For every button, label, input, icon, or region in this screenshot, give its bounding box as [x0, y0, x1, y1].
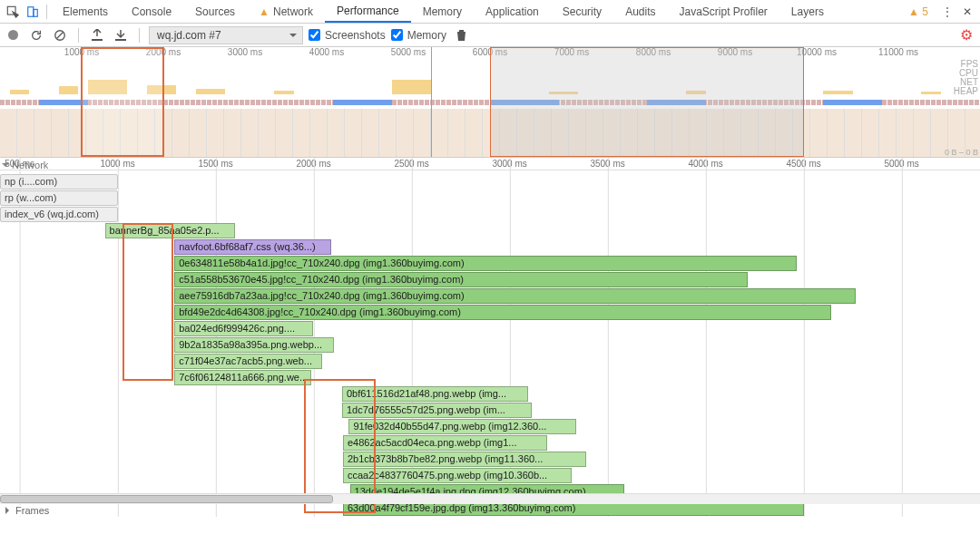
annotation-box [122, 223, 173, 381]
network-initiator-row[interactable]: np (i....com) [0, 174, 118, 189]
record-button[interactable] [4, 24, 22, 46]
flame-tick: 1500 ms [198, 158, 232, 169]
overview-tick: 5000 ms [391, 47, 426, 57]
overview-tick: 8000 ms [636, 47, 671, 57]
overview-tick: 6000 ms [473, 47, 507, 57]
settings-icon[interactable]: ⚙ [960, 26, 973, 44]
warning-count[interactable]: ▲ 5 [899, 5, 937, 18]
tab-network[interactable]: ▲Network [247, 0, 325, 23]
overview-tick: 3000 ms [228, 47, 262, 57]
svg-rect-4 [92, 39, 103, 41]
flame-tick: 4000 ms [688, 158, 722, 169]
flame-tick: 3500 ms [590, 158, 624, 169]
flamechart[interactable]: 500 ms1000 ms1500 ms2000 ms2500 ms3000 m… [0, 158, 980, 517]
flame-tick: 2000 ms [296, 158, 330, 169]
network-initiator-row[interactable]: index_v6 (wq.jd.com) [0, 207, 118, 222]
network-request-bar[interactable]: 0bf611516d21af48.png.webp (img... [342, 386, 528, 402]
close-icon[interactable]: ✕ [957, 0, 977, 23]
network-request-bar[interactable]: ba024ed6f999426c.png.... [174, 321, 312, 336]
gc-button[interactable] [452, 24, 470, 46]
device-toggle-icon[interactable] [23, 0, 43, 23]
overview-filmstrip [0, 109, 980, 157]
tab-audits[interactable]: Audits [613, 0, 667, 23]
tab-elements[interactable]: Elements [51, 0, 120, 23]
network-request-bar[interactable]: 0e634811e58b4a1d.jpg!cc_710x240.dpg (img… [174, 256, 797, 271]
network-request-bar[interactable]: 2b1cb373b8b7be82.png.webp (img11.360... [343, 452, 586, 467]
tab-performance[interactable]: Performance [325, 0, 411, 23]
overview-ruler: 1000 ms2000 ms3000 ms4000 ms5000 ms6000 … [0, 47, 980, 60]
overview-tick: 10000 ms [797, 47, 837, 57]
tab-memory[interactable]: Memory [411, 0, 474, 23]
flame-tick: 1000 ms [100, 158, 134, 169]
network-request-bar[interactable]: 7c6f06124811a666.png.we... [174, 370, 311, 385]
overview-tick: 11000 ms [878, 47, 918, 57]
tab-security[interactable]: Security [551, 0, 613, 23]
clear-button[interactable] [51, 24, 69, 46]
screenshots-checkbox[interactable]: Screenshots [309, 29, 386, 42]
overview-tick: 7000 ms [554, 47, 589, 57]
overview-timeline[interactable]: 1000 ms2000 ms3000 ms4000 ms5000 ms6000 … [0, 47, 980, 158]
load-profile-icon[interactable] [88, 24, 106, 46]
svg-rect-1 [28, 6, 34, 16]
overview-net-lane [0, 100, 980, 105]
overview-tick: 4000 ms [309, 47, 344, 57]
save-profile-icon[interactable] [112, 24, 130, 46]
network-request-bar[interactable]: c51a558b53670e45.jpg!cc_710x240.dpg (img… [174, 272, 748, 287]
overview-tick: 9000 ms [718, 47, 752, 57]
flame-tick: 4500 ms [786, 158, 820, 169]
perf-toolbar: wq.jd.com #7 Screenshots Memory ⚙ [0, 24, 980, 47]
section-header-network[interactable]: Network [2, 160, 48, 170]
tab-application[interactable]: Application [474, 0, 551, 23]
separator [139, 28, 140, 43]
tab-sources[interactable]: Sources [183, 0, 247, 23]
overview-heap-readout: 0 B – 0 B [945, 148, 978, 157]
network-request-bar[interactable]: navfoot.6bf68af7.css (wq.36...) [174, 239, 331, 255]
overview-cpu-lane [0, 80, 980, 94]
memory-checkbox[interactable]: Memory [391, 29, 446, 42]
network-initiator-row[interactable]: rp (w...com) [0, 190, 118, 206]
svg-rect-2 [34, 9, 37, 16]
reload-button[interactable] [27, 24, 45, 46]
more-icon[interactable]: ⋮ [937, 0, 957, 23]
svg-rect-5 [115, 39, 126, 41]
tab-layers[interactable]: Layers [779, 0, 836, 23]
svg-rect-6 [459, 30, 464, 32]
scroll-thumb[interactable] [0, 495, 333, 503]
network-request-bar[interactable]: bfd49e2dc4d64308.jpg!cc_710x240.dpg (img… [174, 305, 831, 320]
network-request-bar[interactable]: 91fe032d40b55d47.png.webp (img12.360... [348, 419, 576, 434]
tab-javascript-profiler[interactable]: JavaScript Profiler [667, 0, 779, 23]
flame-tick: 3000 ms [492, 158, 526, 169]
chevron-down-icon [2, 163, 9, 170]
flame-tick: 5000 ms [884, 158, 918, 169]
separator [78, 28, 79, 43]
network-request-bar[interactable]: 1dc7d76555c57d25.png.webp (im... [342, 403, 533, 418]
tab-console[interactable]: Console [120, 0, 183, 23]
horizontal-scrollbar[interactable] [0, 493, 980, 504]
network-request-bar[interactable]: aee75916db7a23aa.jpg!cc_710x240.dpg (img… [174, 288, 856, 304]
chevron-right-icon [5, 507, 13, 514]
devtools-tabbar: ElementsConsoleSources▲NetworkPerformanc… [0, 0, 980, 24]
network-request-bar[interactable]: c71f04e37ac7acb5.png.web... [174, 354, 322, 369]
flame-tick: 2500 ms [394, 158, 428, 169]
separator [46, 5, 47, 19]
inspect-icon[interactable] [3, 0, 23, 23]
network-request-bar[interactable]: ccaa2c4837760475.png.webp (img10.360b... [343, 468, 572, 483]
flamechart-ruler: 500 ms1000 ms1500 ms2000 ms2500 ms3000 m… [0, 158, 980, 170]
overview-marker [431, 47, 432, 157]
network-request-bar[interactable]: e4862ac5acd04eca.png.webp (img1... [343, 435, 547, 451]
section-header-frames[interactable]: Frames [2, 505, 53, 516]
overview-tick: 2000 ms [146, 47, 181, 57]
network-request-bar[interactable]: 9b2a1835a98a395a.png.webp... [174, 337, 334, 353]
overview-tick: 1000 ms [64, 47, 99, 57]
network-request-bar[interactable]: bannerBg_85aa05e2.p... [105, 223, 236, 238]
page-selector[interactable]: wq.jd.com #7 [149, 26, 303, 44]
